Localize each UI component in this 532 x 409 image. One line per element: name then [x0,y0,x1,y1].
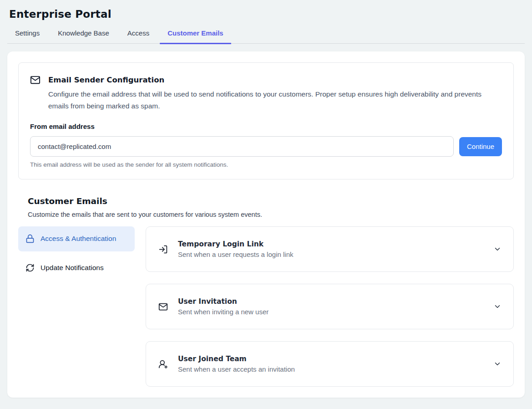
tab-customer-emails[interactable]: Customer Emails [160,25,231,43]
continue-button[interactable]: Continue [459,137,502,156]
template-title: User Invitation [178,297,269,306]
chevron-down-icon[interactable] [493,302,502,311]
chevron-down-icon[interactable] [493,245,502,253]
tab-settings[interactable]: Settings [7,25,47,43]
template-card-temporary-login-link[interactable]: Temporary Login Link Sent when a user re… [146,226,514,272]
user-plus-icon [158,359,168,369]
mail-icon [30,75,41,85]
customer-emails-layout: Access & Authentication Update Notificat… [18,226,514,387]
tab-access[interactable]: Access [120,25,157,43]
template-title: User Joined Team [178,355,295,363]
config-card-description: Configure the email address that will be… [48,88,488,112]
template-description: Sent when inviting a new user [178,308,269,316]
tab-bar: Settings Knowledge Base Access Customer … [7,25,525,44]
chevron-down-icon[interactable] [493,360,502,368]
template-card-user-invitation[interactable]: User Invitation Sent when inviting a new… [146,284,514,329]
email-helper-text: This email address will be used as the s… [30,161,502,168]
template-description: Sent when a user requests a login link [178,251,293,258]
refresh-icon [25,263,35,272]
sidebar-item-update-notifications[interactable]: Update Notifications [18,256,135,280]
page-header: Enterprise Portal [0,0,532,20]
tab-knowledge-base[interactable]: Knowledge Base [50,25,117,43]
email-templates-list: Temporary Login Link Sent when a user re… [146,226,514,387]
page-title: Enterprise Portal [9,8,523,20]
sidebar-item-label: Update Notifications [41,263,104,273]
mail-icon [158,302,168,312]
config-card-title: Email Sender Configuration [48,76,164,84]
email-sender-config-card: Email Sender Configuration Configure the… [18,62,514,179]
template-title: Temporary Login Link [178,240,293,248]
template-description: Sent when a user accepts an invitation [178,365,295,373]
from-email-input[interactable] [30,136,454,157]
sidebar-item-label: Access & Authentication [41,234,116,244]
main-panel: Email Sender Configuration Configure the… [7,51,525,398]
template-card-user-joined-team[interactable]: User Joined Team Sent when a user accept… [146,341,514,387]
from-email-label: From email address [30,123,502,130]
log-in-icon [158,245,168,254]
lock-icon [25,234,35,243]
sidebar-item-access-authentication[interactable]: Access & Authentication [18,226,135,251]
customer-emails-title: Customer Emails [28,196,514,206]
email-categories-sidebar: Access & Authentication Update Notificat… [18,226,135,280]
customer-emails-subtitle: Customize the emails that are sent to yo… [28,211,514,218]
